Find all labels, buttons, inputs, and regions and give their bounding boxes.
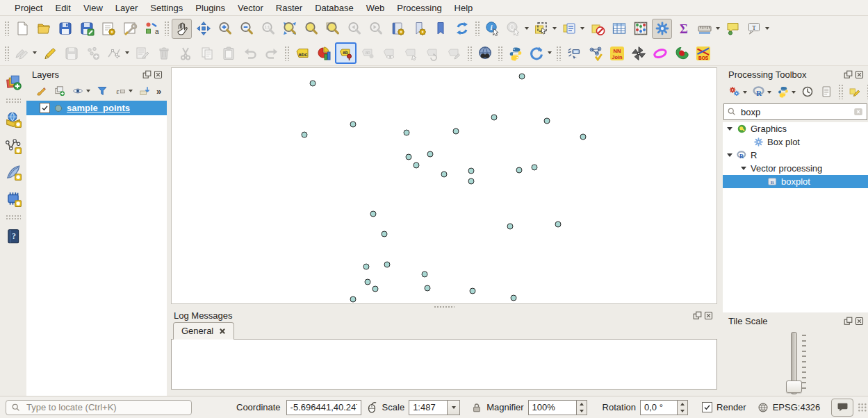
- menu-vector[interactable]: Vector: [231, 1, 270, 15]
- toggle-editing-icon[interactable]: [40, 43, 60, 63]
- magnifier-input[interactable]: [528, 400, 577, 415]
- mouse-tracking-icon[interactable]: [366, 401, 378, 414]
- expander-icon[interactable]: [727, 127, 732, 131]
- menu-help[interactable]: Help: [448, 1, 480, 15]
- tree-item-boxplot[interactable]: Rboxplot: [723, 175, 868, 188]
- open-attribute-table-icon[interactable]: [609, 19, 629, 39]
- deselect-features-icon[interactable]: [587, 19, 607, 39]
- bos-plugin-icon[interactable]: BOS: [693, 43, 713, 63]
- dropdown-caret-icon[interactable]: [580, 27, 584, 30]
- dropdown-caret-icon[interactable]: [765, 27, 769, 30]
- dropdown-caret-icon[interactable]: [548, 51, 552, 54]
- menu-raster[interactable]: Raster: [270, 1, 309, 15]
- dropdown-caret-icon[interactable]: [125, 51, 129, 54]
- pan-to-selection-icon[interactable]: [193, 19, 213, 39]
- open-layer-styling-icon[interactable]: [34, 83, 49, 99]
- menu-database[interactable]: Database: [309, 1, 360, 15]
- tab-general[interactable]: General: [173, 322, 234, 340]
- show-spatial-bookmarks-icon[interactable]: [409, 19, 429, 39]
- menu-plugins[interactable]: Plugins: [189, 1, 231, 15]
- float-panel-icon[interactable]: [693, 311, 702, 320]
- zoom-to-layer-icon[interactable]: [322, 19, 343, 39]
- new-project-icon[interactable]: [12, 19, 32, 39]
- layer-visibility-checkbox[interactable]: [40, 103, 50, 113]
- layers-overflow-button[interactable]: »: [156, 86, 163, 97]
- dropdown-caret-icon[interactable]: [525, 27, 529, 30]
- dropdown-caret-icon[interactable]: [767, 91, 771, 94]
- results-viewer-icon[interactable]: [818, 83, 835, 100]
- clear-search-icon[interactable]: [853, 106, 864, 117]
- slider-handle[interactable]: [786, 381, 802, 393]
- save-project-as-icon[interactable]: [76, 19, 97, 39]
- processing-toolbox-icon[interactable]: [652, 19, 672, 39]
- start-algorithm-icon[interactable]: [726, 83, 748, 100]
- rotation-input[interactable]: [640, 400, 678, 415]
- style-manager-icon[interactable]: a: [141, 19, 161, 39]
- zoom-to-selection-icon[interactable]: [301, 19, 321, 39]
- lock-scale-icon[interactable]: [471, 402, 482, 413]
- close-panel-icon[interactable]: [855, 70, 864, 79]
- float-panel-icon[interactable]: [844, 317, 853, 326]
- tree-item-graphics[interactable]: Graphics: [723, 122, 868, 135]
- pin-labels-icon[interactable]: ab: [335, 42, 357, 64]
- nn-join-icon[interactable]: NNJoin: [607, 43, 627, 63]
- float-panel-icon[interactable]: [844, 70, 853, 79]
- locator-input[interactable]: [25, 401, 186, 413]
- filter-by-expression-icon[interactable]: ε: [113, 83, 134, 99]
- filter-legend-icon[interactable]: [95, 83, 110, 99]
- shape-tools-icon[interactable]: [628, 43, 648, 63]
- close-panel-icon[interactable]: [855, 317, 864, 326]
- menu-processing[interactable]: Processing: [391, 1, 448, 15]
- text-annotation-icon[interactable]: T: [744, 19, 771, 39]
- tree-item-r[interactable]: RR: [723, 149, 868, 162]
- spinner-buttons[interactable]: [678, 400, 688, 415]
- menu-project[interactable]: Project: [8, 1, 49, 15]
- dropdown-caret-icon[interactable]: [792, 91, 796, 94]
- menu-view[interactable]: View: [77, 1, 109, 15]
- expander-icon[interactable]: [727, 153, 732, 157]
- tile-scale-slider[interactable]: [723, 328, 868, 396]
- dropdown-caret-icon[interactable]: [33, 51, 37, 54]
- concave-hull-icon[interactable]: [671, 43, 691, 63]
- new-geopackage-layer-icon[interactable]: [3, 162, 24, 182]
- r-scripts-icon[interactable]: R: [751, 83, 773, 100]
- coordinate-capture-icon[interactable]: [564, 43, 584, 63]
- zoom-full-icon[interactable]: [279, 19, 300, 39]
- statistical-summary-icon[interactable]: [630, 19, 650, 39]
- processing-history-icon[interactable]: [527, 43, 553, 63]
- search-input[interactable]: [739, 106, 850, 118]
- show-statistics-icon[interactable]: Σ: [673, 19, 694, 39]
- data-source-manager-icon[interactable]: [3, 72, 24, 92]
- magnifier-spinner[interactable]: [528, 400, 587, 415]
- render-checkbox[interactable]: [702, 402, 712, 412]
- refresh-icon[interactable]: [452, 19, 472, 39]
- map-canvas[interactable]: [171, 67, 717, 304]
- zoom-in-icon[interactable]: [215, 19, 235, 39]
- edit-in-place-icon[interactable]: [846, 83, 863, 100]
- rotation-spinner[interactable]: [640, 400, 688, 415]
- pan-map-icon[interactable]: [172, 19, 192, 39]
- python-console-icon[interactable]: [505, 43, 525, 63]
- layer-labeling-icon[interactable]: abc: [292, 43, 312, 63]
- help-icon[interactable]: ?: [3, 226, 24, 246]
- dropdown-caret-icon[interactable]: [86, 90, 90, 92]
- scale-combo[interactable]: [409, 400, 460, 415]
- layout-manager-icon[interactable]: [120, 19, 140, 39]
- save-project-icon[interactable]: [55, 19, 75, 39]
- menu-layer[interactable]: Layer: [109, 1, 145, 15]
- layer-diagram-icon[interactable]: [313, 43, 334, 63]
- dropdown-caret-icon[interactable]: [552, 27, 557, 30]
- measure-icon[interactable]: [695, 19, 721, 39]
- messages-button[interactable]: [831, 399, 853, 417]
- menu-edit[interactable]: Edit: [49, 1, 76, 15]
- identify-features-icon[interactable]: i: [482, 19, 502, 39]
- add-vector-layer-icon[interactable]: [3, 109, 24, 129]
- map-tips-icon[interactable]: [723, 19, 743, 39]
- layer-row-sample-points[interactable]: sample_points: [26, 101, 167, 115]
- add-group-icon[interactable]: [52, 83, 67, 99]
- menu-web[interactable]: Web: [360, 1, 391, 15]
- locator-box[interactable]: [6, 400, 192, 415]
- crs-globe-icon[interactable]: [758, 402, 769, 413]
- expander-icon[interactable]: [741, 167, 746, 170]
- remove-layer-icon[interactable]: [137, 83, 152, 99]
